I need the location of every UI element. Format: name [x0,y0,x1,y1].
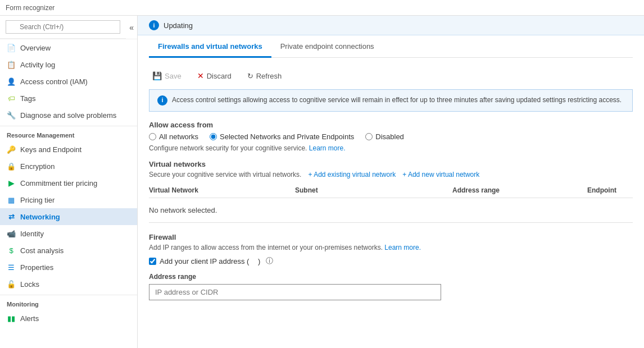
col-address-range: Address range [452,186,587,194]
update-banner: i Updating [138,16,644,35]
radio-selected-networks-input[interactable] [210,133,217,140]
network-icon: ⇄ [7,212,16,221]
refresh-icon: ↻ [247,72,253,80]
configure-learn-more-link[interactable]: Learn more. [309,144,346,152]
discard-icon: ✕ [197,71,204,80]
virtual-networks-sub: Secure your cognitive service with virtu… [149,171,633,178]
tab-private-endpoint[interactable]: Private endpoint connections [271,35,383,58]
sidebar-item-label: Encryption [20,162,55,171]
client-ip-suffix: ) [258,257,260,265]
sidebar-item-overview[interactable]: 📄 Overview [0,39,137,56]
refresh-button[interactable]: ↻ Refresh [244,70,285,83]
save-icon: 💾 [152,71,162,80]
radio-all-networks-input[interactable] [149,133,156,140]
sidebar-item-cost-analysis[interactable]: $ Cost analysis [0,242,137,259]
id-icon: 📹 [7,229,16,238]
monitoring-header: Monitoring [0,295,137,310]
wrench-icon: 🔧 [7,111,16,120]
sidebar-item-properties[interactable]: ☰ Properties [0,259,137,276]
radio-selected-networks[interactable]: Selected Networks and Private Endpoints [210,132,354,141]
sidebar-item-label: Keys and Endpoint [20,145,81,154]
add-existing-vnet-link[interactable]: + Add existing virtual network [308,171,396,178]
update-banner-text: Updating [164,21,193,30]
sidebar-item-label: Cost analysis [20,246,64,255]
sidebar-item-commitment-tier[interactable]: ▶ Commitment tier pricing [0,175,137,191]
key-icon: 🔑 [7,145,16,154]
grid-icon: ▦ [7,195,16,204]
sidebar-top: « [0,16,137,39]
props-icon: ☰ [7,263,16,272]
tab-firewalls[interactable]: Firewalls and virtual networks [149,35,271,58]
vnet-table-header: Virtual Network Subnet Address range End… [149,183,633,198]
discard-button[interactable]: ✕ Discard [194,69,235,83]
search-input[interactable] [6,20,120,34]
radio-all-networks-label: All networks [159,132,198,141]
col-virtual-network: Virtual Network [149,186,295,194]
sidebar-item-diagnose[interactable]: 🔧 Diagnose and solve problems [0,107,137,123]
sidebar-item-label: Tags [20,94,35,103]
sidebar-item-activity-log[interactable]: 📋 Activity log [0,56,137,73]
radio-all-networks[interactable]: All networks [149,132,198,141]
sidebar-search-container [0,16,126,39]
no-network-message: No network selected. [149,198,633,223]
sidebar-item-access-control[interactable]: 👤 Access control (IAM) [0,73,137,90]
top-bar: Form recognizer [0,0,644,16]
sidebar-item-label: Overview [20,44,51,52]
firewall-learn-more-link[interactable]: Learn more. [384,244,421,251]
sidebar-item-tags[interactable]: 🏷 Tags [0,90,137,107]
sidebar-item-keys-endpoint[interactable]: 🔑 Keys and Endpoint [0,141,137,158]
address-range-input[interactable] [149,284,441,300]
col-endpoint: Endpoint [587,186,633,194]
firewall-title: Firewall [149,233,633,241]
sidebar-item-label: Commitment tier pricing [20,179,97,187]
client-ip-checkbox[interactable] [149,258,156,265]
info-box-icon: i [157,95,167,106]
collapse-sidebar-button[interactable]: « [126,21,137,34]
sidebar-item-label: Networking [20,213,60,221]
firewall-section: Firewall Add IP ranges to allow access f… [149,233,633,300]
client-ip-value [252,257,255,265]
info-circle-icon: i [149,20,159,30]
info-box: i Access control settings allowing acces… [149,89,633,112]
tab-bar: Firewalls and virtual networks Private e… [149,35,633,58]
save-label: Save [165,72,182,80]
sidebar: « 📄 Overview 📋 Activity log 👤 Access con… [0,16,138,348]
tag-icon: 🏷 [7,94,16,103]
virtual-networks-header: Virtual networks [149,160,633,168]
locks-icon: 🔓 [7,280,16,289]
sidebar-item-encryption[interactable]: 🔒 Encryption [0,158,137,175]
radio-group-access: All networks Selected Networks and Priva… [149,132,633,141]
circle-icon: ▶ [7,178,16,187]
client-ip-checkbox-row: Add your client IP address ( ) ⓘ [149,256,633,266]
sidebar-item-identity[interactable]: 📹 Identity [0,225,137,242]
cost-icon: $ [7,246,16,255]
allow-access-label: Allow access from [149,121,633,129]
sidebar-item-alerts[interactable]: ▮▮ Alerts [0,310,137,327]
lock-icon: 🔒 [7,162,16,171]
configure-text: Configure network security for your cogn… [149,144,633,152]
address-range-label: Address range [149,273,633,281]
sidebar-item-label: Properties [20,263,53,272]
sidebar-item-label: Alerts [20,314,39,323]
add-new-vnet-link[interactable]: + Add new virtual network [402,171,479,178]
discard-label: Discard [207,72,232,80]
radio-disabled-input[interactable] [365,133,373,140]
client-ip-label: Add your client IP address ( [160,257,249,265]
content-area: i Updating Firewalls and virtual network… [138,16,644,348]
sidebar-item-locks[interactable]: 🔓 Locks [0,276,137,292]
sidebar-item-pricing-tier[interactable]: ▦ Pricing tier [0,191,137,208]
log-icon: 📋 [7,60,16,69]
sidebar-item-label: Pricing tier [20,196,55,204]
save-button[interactable]: 💾 Save [149,69,185,83]
info-tooltip-icon: ⓘ [266,256,273,266]
info-box-text: Access control settings allowing access … [172,95,622,105]
resource-management-header: Resource Management [0,126,137,141]
form-recognizer-label: Form recognizer [6,4,55,12]
sidebar-item-label: Locks [20,280,39,289]
sidebar-item-label: Diagnose and solve problems [20,111,116,120]
sidebar-item-networking[interactable]: ⇄ Networking [0,208,137,225]
sidebar-item-label: Access control (IAM) [20,77,88,86]
radio-selected-networks-label: Selected Networks and Private Endpoints [220,132,354,141]
radio-disabled[interactable]: Disabled [365,132,404,141]
alerts-icon: ▮▮ [7,314,16,323]
